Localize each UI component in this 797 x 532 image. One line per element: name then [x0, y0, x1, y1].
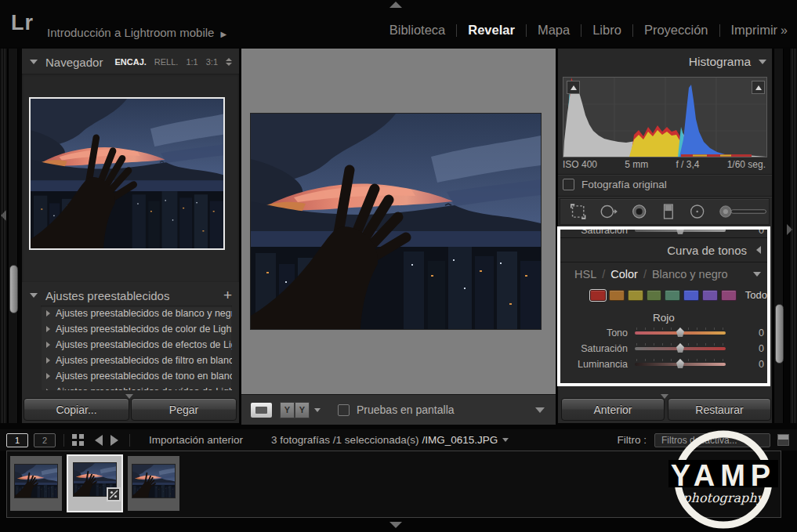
- navigator-preview[interactable]: [29, 97, 225, 250]
- slider-track[interactable]: [635, 230, 726, 232]
- original-photo-checkbox[interactable]: [563, 179, 574, 190]
- luminance-slider-track[interactable]: [635, 363, 726, 366]
- zoom-mode-3to1[interactable]: 3:1: [206, 57, 218, 67]
- identity-plate[interactable]: Introducción a Lightroom mobile▶: [47, 26, 226, 39]
- zoom-mode-fill[interactable]: RELL.: [154, 57, 179, 67]
- panel-grip-icon[interactable]: [661, 394, 668, 399]
- reset-button[interactable]: Restaurar: [668, 398, 771, 421]
- slider-handle[interactable]: [676, 343, 684, 353]
- collapse-top-panel-arrow-icon[interactable]: [389, 2, 402, 8]
- filmstrip-menu-arrow-icon[interactable]: [502, 438, 509, 442]
- preset-folder[interactable]: Ajustes preestablecidos de vídeo de Ligh…: [41, 384, 232, 390]
- expand-arrow-icon[interactable]: [46, 342, 50, 348]
- left-scrollbar[interactable]: [8, 49, 18, 423]
- slider-handle[interactable]: [676, 359, 684, 368]
- slider-handle[interactable]: [676, 230, 684, 234]
- shadow-clipping-button[interactable]: [567, 81, 580, 94]
- thumbnail-cell-1[interactable]: [10, 456, 62, 511]
- panel-grip-icon[interactable]: [125, 394, 133, 399]
- module-print[interactable]: Imprimir: [720, 23, 780, 38]
- swatch-aqua[interactable]: [665, 290, 680, 301]
- preset-folder[interactable]: Ajustes preestablecidos de filtro en bla…: [41, 353, 232, 368]
- histogram-box[interactable]: [563, 77, 767, 157]
- expand-arrow-icon[interactable]: [46, 326, 50, 332]
- previous-button[interactable]: Anterior: [561, 398, 665, 421]
- navigator-header[interactable]: Navegador ENCAJ. RELL. 1:1 3:1: [30, 53, 232, 71]
- spot-removal-icon[interactable]: [600, 202, 618, 221]
- expand-arrow-icon[interactable]: [46, 389, 50, 390]
- filter-dropdown[interactable]: Filtros desactiva...: [654, 433, 770, 447]
- previous-photo-arrow-icon[interactable]: [95, 435, 103, 446]
- paste-button[interactable]: Pegar: [131, 398, 237, 421]
- swatch-blue[interactable]: [683, 290, 699, 301]
- module-library[interactable]: Biblioteca: [379, 23, 457, 38]
- loupe-view-icon[interactable]: [251, 403, 272, 418]
- next-photo-arrow-icon[interactable]: [110, 435, 118, 446]
- before-after-dropdown-icon[interactable]: [314, 408, 321, 412]
- before-after-view-icon[interactable]: Y Y: [280, 402, 310, 418]
- disclosure-triangle-icon[interactable]: [759, 60, 766, 64]
- module-map[interactable]: Mapa: [527, 23, 581, 38]
- disclosure-triangle-icon[interactable]: [30, 60, 38, 64]
- swatch-purple[interactable]: [702, 290, 718, 301]
- preset-folder[interactable]: Ajustes preestablecidos de color de Ligh…: [41, 321, 232, 337]
- filmstrip-source[interactable]: Importación anterior: [149, 434, 243, 446]
- adjustment-badge-icon[interactable]: [107, 487, 121, 501]
- tab-color[interactable]: Color: [610, 268, 638, 280]
- module-book[interactable]: Libro: [581, 23, 632, 38]
- expand-arrow-icon[interactable]: [46, 310, 50, 317]
- graduated-filter-icon[interactable]: [661, 202, 676, 221]
- all-channels-label[interactable]: Todo: [745, 289, 767, 301]
- preset-folder[interactable]: Ajustes preestablecidos de blanco y negr…: [41, 306, 232, 321]
- right-scrollbar[interactable]: [773, 49, 784, 423]
- collapse-filmstrip-arrow-icon[interactable]: [389, 522, 402, 528]
- histogram-header[interactable]: Histograma: [563, 53, 766, 71]
- left-scrollbar-thumb[interactable]: [9, 265, 18, 313]
- thumbnail-cell-2-selected[interactable]: [67, 454, 123, 512]
- expand-arrow-icon[interactable]: [46, 357, 50, 364]
- zoom-level-stepper-icon[interactable]: [226, 58, 232, 66]
- swatch-orange[interactable]: [609, 290, 625, 301]
- swatch-green[interactable]: [647, 290, 662, 301]
- crop-tool-icon[interactable]: [570, 202, 586, 221]
- module-overflow-icon[interactable]: »: [781, 24, 788, 38]
- collapsed-panel-arrow-icon[interactable]: [756, 246, 761, 254]
- swatch-yellow[interactable]: [628, 290, 643, 301]
- zoom-mode-fit[interactable]: ENCAJ.: [114, 57, 146, 67]
- histogram-graph[interactable]: [563, 78, 766, 157]
- module-slideshow[interactable]: Proyección: [633, 23, 719, 38]
- tone-curve-header[interactable]: Curva de tonos: [560, 237, 767, 262]
- clipped-saturation-slider[interactable]: Saturación 0: [560, 230, 767, 237]
- grid-view-icon[interactable]: [72, 434, 84, 446]
- filter-toggle-switch-icon[interactable]: [777, 434, 789, 446]
- red-eye-icon[interactable]: [631, 202, 647, 221]
- highlight-clipping-button[interactable]: [752, 81, 765, 94]
- tab-hsl[interactable]: HSL: [574, 268, 596, 280]
- right-scrollbar-thumb[interactable]: [775, 304, 784, 364]
- expand-arrow-icon[interactable]: [46, 373, 50, 379]
- original-photo-control[interactable]: Fotografía original: [563, 179, 766, 190]
- thumbnail-cell-3[interactable]: [128, 456, 179, 511]
- copy-button[interactable]: Copiar...: [24, 398, 129, 421]
- saturation-slider-track[interactable]: [635, 347, 726, 350]
- toolbar-options-dropdown-icon[interactable]: [535, 407, 545, 413]
- add-preset-button[interactable]: +: [223, 290, 232, 301]
- zoom-mode-1to1[interactable]: 1:1: [186, 57, 197, 67]
- soft-proof-checkbox[interactable]: [338, 404, 350, 416]
- swatch-red[interactable]: [590, 290, 606, 301]
- filmstrip-status[interactable]: 3 fotografías /1 seleccionada(s) /IMG_06…: [271, 434, 509, 446]
- radial-filter-icon[interactable]: [689, 202, 705, 221]
- preset-folder[interactable]: Ajustes preestablecidos de efectos de Li…: [41, 337, 232, 353]
- module-develop[interactable]: Revelar: [457, 23, 526, 38]
- slider-handle[interactable]: [676, 328, 684, 337]
- tab-black-and-white[interactable]: Blanco y negro: [652, 268, 728, 280]
- swatch-magenta[interactable]: [721, 290, 737, 301]
- adjustment-brush-icon[interactable]: [719, 202, 769, 221]
- soft-proof-control[interactable]: Pruebas en pantalla: [338, 404, 455, 416]
- presets-header[interactable]: Ajustes preestablecidos +: [30, 287, 232, 304]
- main-window-button[interactable]: 1: [6, 433, 28, 447]
- second-window-button[interactable]: 2: [34, 433, 56, 447]
- collapse-left-panel-arrow-icon[interactable]: [1, 210, 6, 221]
- hue-slider-track[interactable]: [635, 331, 726, 335]
- collapse-right-panel-arrow-icon[interactable]: [787, 224, 792, 235]
